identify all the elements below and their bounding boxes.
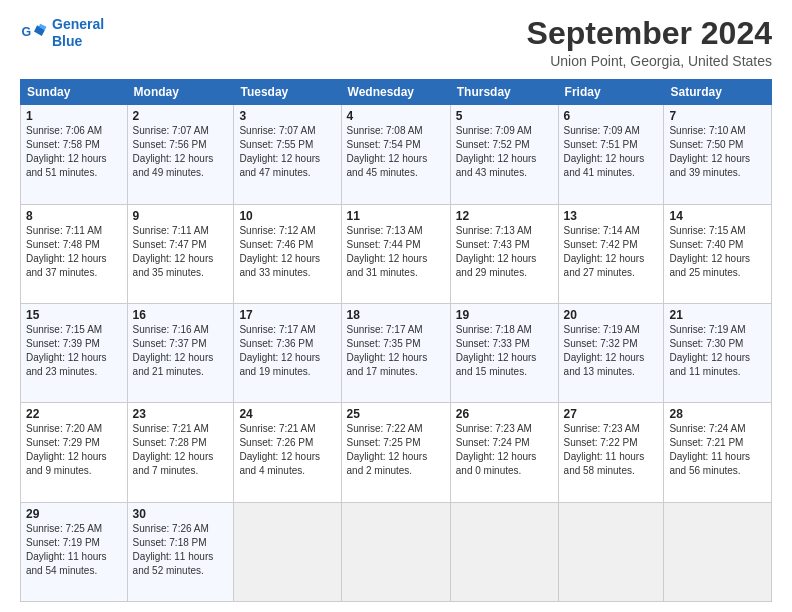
calendar-cell: [234, 502, 341, 601]
calendar-cell: 14 Sunrise: 7:15 AM Sunset: 7:40 PM Dayl…: [664, 204, 772, 303]
day-info: Sunrise: 7:20 AM Sunset: 7:29 PM Dayligh…: [26, 422, 122, 478]
week-row-3: 15 Sunrise: 7:15 AM Sunset: 7:39 PM Dayl…: [21, 303, 772, 402]
day-number: 24: [239, 407, 335, 421]
calendar-cell: [664, 502, 772, 601]
calendar-cell: 2 Sunrise: 7:07 AM Sunset: 7:56 PM Dayli…: [127, 105, 234, 204]
calendar-cell: 23 Sunrise: 7:21 AM Sunset: 7:28 PM Dayl…: [127, 403, 234, 502]
day-info: Sunrise: 7:21 AM Sunset: 7:26 PM Dayligh…: [239, 422, 335, 478]
day-number: 12: [456, 209, 553, 223]
day-number: 3: [239, 109, 335, 123]
col-thursday: Thursday: [450, 80, 558, 105]
day-info: Sunrise: 7:15 AM Sunset: 7:39 PM Dayligh…: [26, 323, 122, 379]
week-row-2: 8 Sunrise: 7:11 AM Sunset: 7:48 PM Dayli…: [21, 204, 772, 303]
day-info: Sunrise: 7:08 AM Sunset: 7:54 PM Dayligh…: [347, 124, 445, 180]
calendar-cell: 19 Sunrise: 7:18 AM Sunset: 7:33 PM Dayl…: [450, 303, 558, 402]
day-number: 29: [26, 507, 122, 521]
day-number: 2: [133, 109, 229, 123]
calendar-cell: 25 Sunrise: 7:22 AM Sunset: 7:25 PM Dayl…: [341, 403, 450, 502]
day-info: Sunrise: 7:07 AM Sunset: 7:56 PM Dayligh…: [133, 124, 229, 180]
day-info: Sunrise: 7:11 AM Sunset: 7:47 PM Dayligh…: [133, 224, 229, 280]
day-number: 23: [133, 407, 229, 421]
day-info: Sunrise: 7:23 AM Sunset: 7:22 PM Dayligh…: [564, 422, 659, 478]
day-number: 11: [347, 209, 445, 223]
calendar-cell: 26 Sunrise: 7:23 AM Sunset: 7:24 PM Dayl…: [450, 403, 558, 502]
col-friday: Friday: [558, 80, 664, 105]
week-row-1: 1 Sunrise: 7:06 AM Sunset: 7:58 PM Dayli…: [21, 105, 772, 204]
logo-text: General Blue: [52, 16, 104, 50]
day-number: 19: [456, 308, 553, 322]
col-monday: Monday: [127, 80, 234, 105]
day-number: 15: [26, 308, 122, 322]
day-number: 4: [347, 109, 445, 123]
day-number: 13: [564, 209, 659, 223]
day-info: Sunrise: 7:19 AM Sunset: 7:30 PM Dayligh…: [669, 323, 766, 379]
day-info: Sunrise: 7:12 AM Sunset: 7:46 PM Dayligh…: [239, 224, 335, 280]
day-info: Sunrise: 7:15 AM Sunset: 7:40 PM Dayligh…: [669, 224, 766, 280]
logo-line1: General: [52, 16, 104, 32]
calendar-cell: 24 Sunrise: 7:21 AM Sunset: 7:26 PM Dayl…: [234, 403, 341, 502]
calendar-cell: [450, 502, 558, 601]
day-info: Sunrise: 7:26 AM Sunset: 7:18 PM Dayligh…: [133, 522, 229, 578]
calendar-cell: 3 Sunrise: 7:07 AM Sunset: 7:55 PM Dayli…: [234, 105, 341, 204]
calendar-cell: 16 Sunrise: 7:16 AM Sunset: 7:37 PM Dayl…: [127, 303, 234, 402]
calendar-cell: [341, 502, 450, 601]
calendar-cell: 1 Sunrise: 7:06 AM Sunset: 7:58 PM Dayli…: [21, 105, 128, 204]
day-number: 8: [26, 209, 122, 223]
day-number: 6: [564, 109, 659, 123]
day-number: 17: [239, 308, 335, 322]
day-number: 25: [347, 407, 445, 421]
day-number: 10: [239, 209, 335, 223]
day-info: Sunrise: 7:18 AM Sunset: 7:33 PM Dayligh…: [456, 323, 553, 379]
calendar-cell: 22 Sunrise: 7:20 AM Sunset: 7:29 PM Dayl…: [21, 403, 128, 502]
day-info: Sunrise: 7:25 AM Sunset: 7:19 PM Dayligh…: [26, 522, 122, 578]
location: Union Point, Georgia, United States: [527, 53, 772, 69]
day-number: 18: [347, 308, 445, 322]
day-info: Sunrise: 7:07 AM Sunset: 7:55 PM Dayligh…: [239, 124, 335, 180]
day-info: Sunrise: 7:16 AM Sunset: 7:37 PM Dayligh…: [133, 323, 229, 379]
calendar-cell: 12 Sunrise: 7:13 AM Sunset: 7:43 PM Dayl…: [450, 204, 558, 303]
day-number: 20: [564, 308, 659, 322]
calendar-cell: 17 Sunrise: 7:17 AM Sunset: 7:36 PM Dayl…: [234, 303, 341, 402]
day-number: 22: [26, 407, 122, 421]
day-info: Sunrise: 7:19 AM Sunset: 7:32 PM Dayligh…: [564, 323, 659, 379]
day-info: Sunrise: 7:13 AM Sunset: 7:43 PM Dayligh…: [456, 224, 553, 280]
logo-line2: Blue: [52, 33, 82, 49]
calendar-cell: 9 Sunrise: 7:11 AM Sunset: 7:47 PM Dayli…: [127, 204, 234, 303]
day-info: Sunrise: 7:10 AM Sunset: 7:50 PM Dayligh…: [669, 124, 766, 180]
day-number: 21: [669, 308, 766, 322]
header: G General Blue September 2024 Union Poin…: [20, 16, 772, 69]
day-number: 27: [564, 407, 659, 421]
day-info: Sunrise: 7:06 AM Sunset: 7:58 PM Dayligh…: [26, 124, 122, 180]
day-number: 30: [133, 507, 229, 521]
week-row-4: 22 Sunrise: 7:20 AM Sunset: 7:29 PM Dayl…: [21, 403, 772, 502]
day-info: Sunrise: 7:13 AM Sunset: 7:44 PM Dayligh…: [347, 224, 445, 280]
calendar-cell: 21 Sunrise: 7:19 AM Sunset: 7:30 PM Dayl…: [664, 303, 772, 402]
calendar-cell: 29 Sunrise: 7:25 AM Sunset: 7:19 PM Dayl…: [21, 502, 128, 601]
day-info: Sunrise: 7:23 AM Sunset: 7:24 PM Dayligh…: [456, 422, 553, 478]
week-row-5: 29 Sunrise: 7:25 AM Sunset: 7:19 PM Dayl…: [21, 502, 772, 601]
day-info: Sunrise: 7:24 AM Sunset: 7:21 PM Dayligh…: [669, 422, 766, 478]
day-info: Sunrise: 7:11 AM Sunset: 7:48 PM Dayligh…: [26, 224, 122, 280]
calendar-cell: 27 Sunrise: 7:23 AM Sunset: 7:22 PM Dayl…: [558, 403, 664, 502]
day-number: 16: [133, 308, 229, 322]
calendar-cell: 28 Sunrise: 7:24 AM Sunset: 7:21 PM Dayl…: [664, 403, 772, 502]
day-number: 14: [669, 209, 766, 223]
calendar-cell: 20 Sunrise: 7:19 AM Sunset: 7:32 PM Dayl…: [558, 303, 664, 402]
day-info: Sunrise: 7:09 AM Sunset: 7:52 PM Dayligh…: [456, 124, 553, 180]
calendar-cell: 6 Sunrise: 7:09 AM Sunset: 7:51 PM Dayli…: [558, 105, 664, 204]
calendar-table: Sunday Monday Tuesday Wednesday Thursday…: [20, 79, 772, 602]
day-number: 26: [456, 407, 553, 421]
logo-icon: G: [20, 19, 48, 47]
calendar-cell: 10 Sunrise: 7:12 AM Sunset: 7:46 PM Dayl…: [234, 204, 341, 303]
logo: G General Blue: [20, 16, 104, 50]
day-info: Sunrise: 7:17 AM Sunset: 7:36 PM Dayligh…: [239, 323, 335, 379]
page: G General Blue September 2024 Union Poin…: [0, 0, 792, 612]
calendar-cell: 15 Sunrise: 7:15 AM Sunset: 7:39 PM Dayl…: [21, 303, 128, 402]
calendar-cell: 7 Sunrise: 7:10 AM Sunset: 7:50 PM Dayli…: [664, 105, 772, 204]
calendar-cell: 5 Sunrise: 7:09 AM Sunset: 7:52 PM Dayli…: [450, 105, 558, 204]
col-sunday: Sunday: [21, 80, 128, 105]
svg-text:G: G: [22, 25, 32, 39]
calendar-cell: 8 Sunrise: 7:11 AM Sunset: 7:48 PM Dayli…: [21, 204, 128, 303]
day-number: 5: [456, 109, 553, 123]
day-number: 28: [669, 407, 766, 421]
